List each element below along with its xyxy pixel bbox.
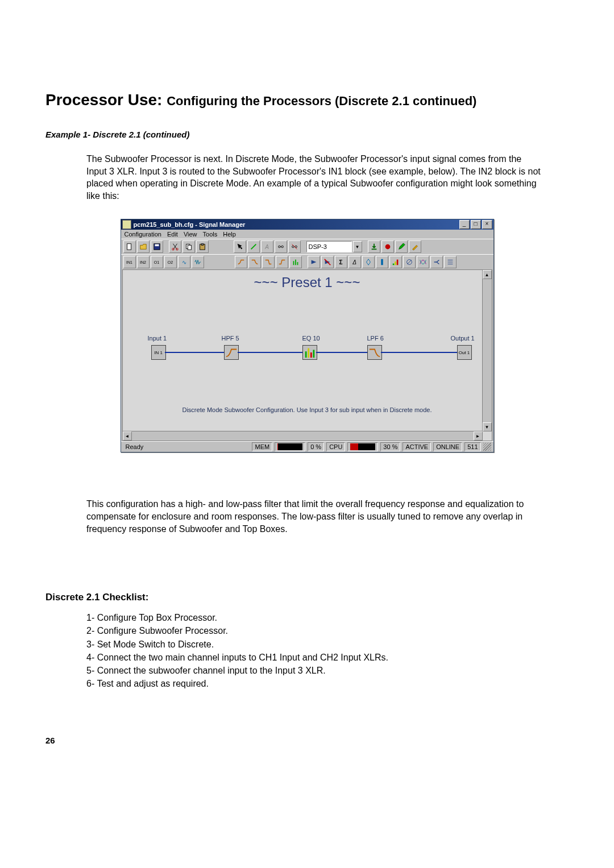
svg-rect-15	[371, 249, 376, 250]
toolbar-row-1: A DSP-3 ▼	[121, 239, 493, 254]
status-active: ACTIVE	[403, 442, 431, 451]
sine-block-button[interactable]: ∿	[178, 256, 190, 268]
checklist-item: 6- Test and adjust as required.	[86, 677, 569, 690]
crossover-block-button[interactable]	[417, 256, 429, 268]
output-block[interactable]: Out 1	[457, 345, 472, 360]
svg-line-26	[407, 260, 411, 264]
svg-rect-33	[313, 350, 314, 358]
new-file-button[interactable]	[123, 240, 136, 253]
canvas-caption: Discrete Mode Subwoofer Configuration. U…	[123, 406, 492, 413]
page-title: Processor Use: Configuring the Processor…	[45, 91, 569, 109]
page-number: 26	[45, 736, 569, 745]
eq-block[interactable]	[302, 345, 317, 360]
menu-edit[interactable]: Edit	[167, 231, 178, 238]
status-cpu-label: CPU	[326, 442, 345, 451]
resize-grip-icon[interactable]	[483, 443, 491, 451]
input-block[interactable]: IN 1	[151, 345, 166, 360]
eq-block-button[interactable]	[289, 256, 302, 268]
hpf-block[interactable]	[224, 345, 239, 360]
svg-rect-23	[395, 262, 396, 265]
dsp-select-field[interactable]: DSP-3	[306, 241, 352, 252]
status-ready: Ready	[123, 443, 146, 451]
hpf-block-button[interactable]	[235, 256, 247, 268]
split-block-button[interactable]	[430, 256, 443, 268]
title-sub: Configuring the Processors (Discrete 2.1…	[167, 94, 476, 108]
scroll-up-button[interactable]: ▲	[483, 270, 492, 279]
lpf-block-button[interactable]	[248, 256, 261, 268]
close-button[interactable]: ×	[482, 220, 492, 229]
dsp-select-dropdown[interactable]: ▼	[353, 241, 362, 252]
compressor-block-button[interactable]	[362, 256, 375, 268]
pointer-tool-button[interactable]	[234, 240, 246, 253]
scroll-left-button[interactable]: ◄	[123, 431, 132, 441]
polarity-block-button[interactable]	[403, 256, 416, 268]
status-bar: Ready MEM 0 % CPU 30 % ACTIVE ONLINE 511	[121, 441, 493, 452]
checklist-item: 4- Connect the two main channel inputs t…	[86, 651, 569, 664]
eq-label: EQ 10	[302, 335, 320, 342]
shelf-hi-button[interactable]	[276, 256, 288, 268]
svg-rect-22	[392, 264, 394, 265]
edit-tool-button[interactable]	[395, 240, 408, 253]
scroll-down-button[interactable]: ▼	[483, 422, 492, 431]
window-titlebar[interactable]: pcm215_sub_bh.cfg - Signal Manager _ □ ×	[121, 219, 493, 230]
noise-block-button[interactable]	[192, 256, 204, 268]
cut-button[interactable]	[169, 240, 181, 253]
menu-configuration[interactable]: Configuration	[125, 231, 161, 238]
paste-button[interactable]	[196, 240, 209, 253]
svg-point-9	[278, 246, 280, 248]
window-title: pcm215_sub_bh.cfg - Signal Manager	[134, 221, 458, 228]
copy-button[interactable]	[182, 240, 195, 253]
checklist-title: Discrete 2.1 Checklist:	[45, 592, 569, 603]
lpf-block[interactable]	[367, 345, 382, 360]
open-file-button[interactable]	[137, 240, 150, 253]
save-file-button[interactable]	[151, 240, 163, 253]
checklist-item: 5- Connect the subwoofer channel input t…	[86, 664, 569, 677]
wire-in-hpf	[165, 352, 224, 353]
meter-block-button[interactable]	[389, 256, 402, 268]
text-tool-button[interactable]: A	[261, 240, 273, 253]
scroll-right-button[interactable]: ►	[474, 431, 483, 441]
list-block-button[interactable]	[444, 256, 457, 268]
menu-tools[interactable]: Tools	[203, 231, 218, 238]
signal-manager-window: pcm215_sub_bh.cfg - Signal Manager _ □ ×…	[121, 219, 494, 452]
vertical-scrollbar[interactable]: ▲ ▼	[482, 270, 492, 431]
maximize-button[interactable]: □	[471, 220, 481, 229]
menu-help[interactable]: Help	[223, 231, 236, 238]
svg-rect-24	[396, 260, 398, 265]
status-mem-pct: 0 %	[308, 442, 324, 451]
status-mem-meter	[275, 442, 305, 451]
stop-button[interactable]	[381, 240, 394, 253]
status-cpu-meter	[347, 442, 378, 451]
mute-block-button[interactable]	[321, 256, 334, 268]
in2-block-button[interactable]: IN2	[137, 256, 150, 268]
shelf-lo-button[interactable]	[262, 256, 275, 268]
svg-rect-17	[293, 261, 294, 265]
download-button[interactable]	[368, 240, 380, 253]
link-tool-button[interactable]	[275, 240, 287, 253]
app-icon	[122, 220, 131, 229]
out1-block-button[interactable]: O1	[151, 256, 163, 268]
probe-tool-button[interactable]	[409, 240, 421, 253]
toolbar-row-2: IN1 IN2 O1 O2 ∿ Σ Δ	[121, 254, 493, 269]
sum-block-button[interactable]: Σ	[335, 256, 347, 268]
svg-rect-30	[305, 352, 306, 358]
paragraph-2: This configuration has a high- and low-p…	[86, 498, 541, 535]
wire-eq-lpf	[316, 352, 367, 353]
svg-rect-18	[295, 260, 296, 265]
gain-block-button[interactable]	[308, 256, 320, 268]
wire-lpf-out	[381, 352, 457, 353]
wire-tool-button[interactable]	[247, 240, 260, 253]
menu-view[interactable]: View	[184, 231, 197, 238]
delay-block-button[interactable]: Δ	[349, 256, 361, 268]
paragraph-1: The Subwoofer Processor is next. In Disc…	[86, 153, 541, 202]
in1-block-button[interactable]: IN1	[123, 256, 136, 268]
minimize-button[interactable]: _	[459, 220, 470, 229]
example-label: Example 1- Discrete 2.1 (continued)	[45, 130, 569, 139]
signal-canvas[interactable]: ~~~ Preset 1 ~~~ Input 1 HPF 5 EQ 10 LPF…	[122, 269, 492, 441]
limiter-block-button[interactable]	[376, 256, 388, 268]
unlink-tool-button[interactable]	[288, 240, 301, 253]
svg-line-14	[292, 244, 297, 250]
out2-block-button[interactable]: O2	[164, 256, 177, 268]
input-label: Input 1	[148, 335, 167, 342]
horizontal-scrollbar[interactable]: ◄ ►	[123, 431, 483, 441]
